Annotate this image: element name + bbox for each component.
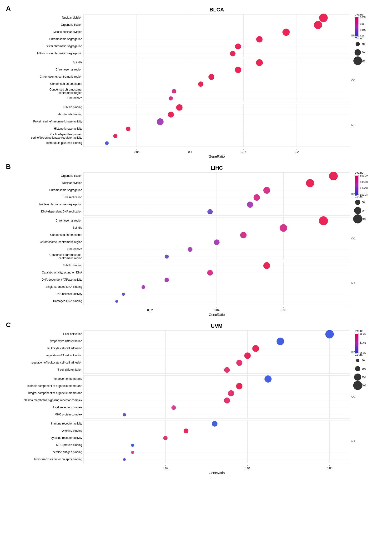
dot [228, 390, 234, 396]
term-label: cytokine receptor activity [51, 436, 82, 440]
dot [165, 254, 169, 258]
dot [141, 285, 145, 289]
subpanel-type-label-mf: MF [351, 124, 355, 126]
term-label: peptide antigen binding [53, 450, 82, 454]
term-label: Damaged DNA binding [53, 299, 82, 303]
color-tick-label: 2e-05 [360, 333, 366, 335]
x-axis-label: GeneRatio [209, 471, 225, 475]
size-legend-label: 100 [362, 218, 366, 220]
subpanel-type-label-mf: MF [351, 282, 355, 285]
x-tick-label: 0.02 [147, 308, 153, 312]
color-tick-label: 0.015 [360, 29, 366, 31]
term-label: Condensed chromosome,centromeric region [50, 88, 82, 95]
term-label: Chromosome segregation [49, 188, 82, 192]
color-gradient-bar [355, 176, 358, 195]
dot [168, 112, 174, 118]
term-label: plasma membrane signaling receptor compl… [24, 399, 82, 402]
subpanel-bp-box [83, 14, 350, 57]
dot [325, 330, 334, 339]
dot [224, 367, 230, 373]
dot [319, 14, 328, 22]
term-label: Nuclear chromosome segregation [39, 203, 82, 206]
x-tick-label: 0.04 [214, 308, 220, 312]
term-label: Condensed chromosome,centromeric region [50, 253, 82, 260]
x-axis-label: GeneRatio [209, 313, 225, 317]
color-legend-title: qvalue [355, 171, 363, 174]
dot [235, 67, 241, 73]
panel-label-b: B [6, 163, 11, 170]
dot [123, 458, 126, 461]
term-label: T cell differentiation [57, 368, 82, 371]
term-label: regulation of T cell activation [46, 354, 82, 357]
color-tick-label: 1.0e-08 [360, 181, 368, 183]
x-tick-label: 0.2 [295, 150, 299, 154]
dot [263, 187, 270, 194]
term-label: endosome membrane [54, 377, 82, 380]
subpanel-cc-box [83, 375, 350, 418]
dot [254, 194, 260, 201]
size-legend-title: Count [355, 353, 363, 356]
color-gradient-bar [355, 17, 358, 36]
dot [244, 353, 251, 359]
term-label: DNA replication [62, 196, 82, 199]
size-legend-label: 50 [362, 201, 365, 204]
dot [113, 134, 117, 138]
term-label: Microtubule plus-end binding [46, 141, 82, 145]
x-tick-label: 0.15 [241, 150, 246, 154]
subpanel-mf-box [83, 104, 350, 147]
term-label: Spindle [73, 61, 82, 64]
size-legend-label: 20 [362, 51, 365, 54]
x-tick-label: 0.06 [281, 308, 286, 312]
color-tick-label: 5.0e-09 [360, 174, 368, 177]
color-tick-label: 1.5e-08 [360, 187, 368, 190]
term-label: Mitotic sister chromatid segregation [37, 52, 82, 55]
term-label: Histone kinase activity [54, 127, 82, 130]
size-legend-dot [355, 366, 360, 371]
term-label: DNA-dependent ATPase activity [41, 278, 82, 281]
term-label: T cell activation [63, 332, 82, 336]
dot [236, 383, 242, 389]
size-legend-dot [355, 200, 360, 205]
x-tick-label: 0.1 [188, 150, 192, 154]
term-label: Chromosomal region [56, 68, 82, 71]
dot [131, 451, 134, 454]
size-legend-label: 200 [362, 384, 366, 387]
dot [207, 209, 213, 214]
term-label: Organelle fission [61, 174, 82, 177]
subpanel-mf-box [83, 420, 350, 463]
figure: ABLCANuclear divisionOrganelle fissionMi… [5, 5, 387, 477]
term-label: T cell receptor complex [53, 406, 82, 409]
dot [169, 96, 173, 100]
size-legend-dot [353, 214, 362, 223]
term-label: tumor necrosis factor receptor binding [34, 458, 82, 461]
subpanel-type-label-bp: BP [351, 350, 355, 353]
x-tick-label: 0.02 [163, 467, 168, 470]
dot [122, 293, 125, 296]
dot [264, 375, 271, 383]
size-legend-label: 100 [362, 368, 366, 370]
size-legend-dot [356, 359, 359, 362]
subpanel-type-label-bp: BP [351, 192, 355, 195]
size-legend-label: 75 [362, 209, 365, 212]
term-label: Cyclin-dependent proteinserine/threonine… [31, 133, 82, 139]
size-legend-label: 50 [362, 359, 365, 362]
term-label: MHC protein complex [55, 413, 82, 416]
term-label: Tubulin binding [63, 264, 82, 267]
size-legend-title: Count [355, 37, 363, 40]
term-label: Mitotic nuclear division [53, 30, 82, 34]
term-label: Catalytic activity, acting on DNA [42, 271, 82, 274]
dot [172, 89, 176, 93]
size-legend-title: Count [355, 195, 363, 198]
dot [157, 118, 164, 125]
x-tick-label: 0.05 [134, 150, 140, 154]
dot [329, 172, 338, 180]
x-axis-label: GeneRatio [209, 155, 225, 158]
dot [198, 81, 203, 87]
term-label: Nuclear division [62, 16, 82, 19]
dot [212, 421, 218, 427]
color-legend-title: qvalue [355, 329, 363, 333]
subpanel-cc-box [83, 59, 350, 102]
panel-a: ABLCANuclear divisionOrganelle fissionMi… [5, 5, 387, 161]
size-legend-label: 10 [362, 43, 365, 46]
panel-c-svg: CUVMT cell activationlymphocyte differen… [5, 321, 381, 477]
